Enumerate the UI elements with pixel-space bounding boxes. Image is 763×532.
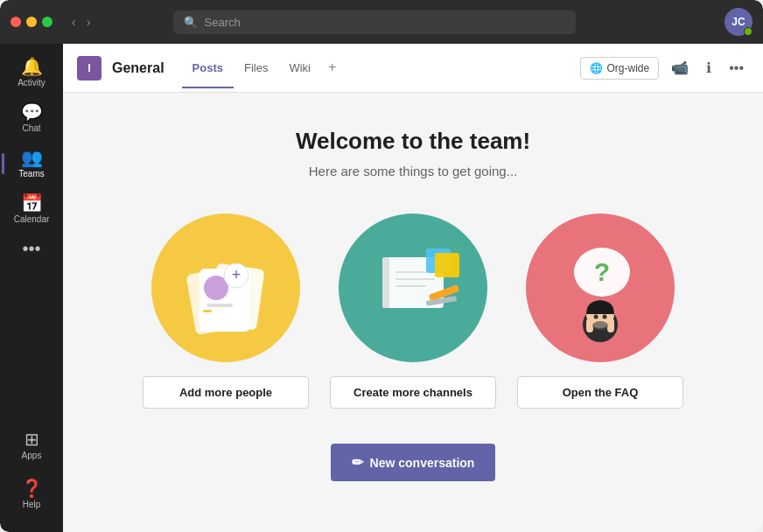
svg-point-25 — [603, 315, 607, 319]
svg-point-24 — [594, 315, 598, 319]
sidebar-label-help: Help — [23, 500, 41, 509]
activity-icon: 🔔 — [21, 58, 43, 75]
create-channels-card: Create more channels — [330, 214, 496, 409]
sidebar-label-apps: Apps — [22, 451, 42, 460]
sidebar-item-activity[interactable]: 🔔 Activity — [5, 51, 58, 94]
org-wide-label: Org-wide — [607, 62, 650, 74]
welcome-subtitle: Here are some things to get going... — [309, 164, 517, 178]
calendar-icon: 📅 — [21, 194, 43, 212]
add-people-illustration: + — [151, 214, 300, 362]
sidebar-item-calendar[interactable]: 📅 Calendar — [5, 187, 58, 231]
info-button[interactable]: ℹ — [701, 56, 717, 80]
search-input[interactable] — [205, 16, 565, 29]
channel-actions: 🌐 Org-wide 📹 ℹ ••• — [580, 56, 750, 80]
create-channels-illustration — [339, 214, 487, 362]
svg-point-26 — [592, 321, 608, 330]
tab-files[interactable]: Files — [234, 47, 278, 88]
teams-icon: 👥 — [21, 149, 43, 166]
open-faq-button[interactable]: Open the FAQ — [517, 376, 683, 409]
new-conversation-label: New conversation — [370, 456, 475, 470]
posts-area: Welcome to the team! Here are some thing… — [63, 93, 763, 532]
sidebar: 🔔 Activity 💬 Chat 👥 Teams 📅 Calendar ••• — [0, 44, 63, 532]
channel-name: General — [112, 60, 164, 76]
tab-wiki[interactable]: Wiki — [278, 47, 321, 88]
sidebar-item-help[interactable]: ❓ Help — [5, 472, 58, 516]
sidebar-item-teams[interactable]: 👥 Teams — [5, 142, 58, 186]
close-button[interactable] — [10, 17, 21, 27]
create-more-channels-button[interactable]: Create more channels — [330, 376, 496, 409]
minimize-button[interactable] — [26, 17, 37, 27]
app-body: 🔔 Activity 💬 Chat 👥 Teams 📅 Calendar ••• — [0, 44, 763, 532]
org-wide-icon: 🌐 — [590, 62, 603, 74]
back-button[interactable]: ‹ — [68, 13, 80, 31]
sidebar-label-teams: Teams — [18, 169, 44, 178]
tab-add-button[interactable]: + — [321, 47, 343, 88]
channel-avatar: I — [77, 56, 102, 80]
more-actions-button[interactable]: ••• — [724, 57, 749, 80]
add-people-svg: + — [164, 227, 287, 349]
svg-rect-9 — [382, 257, 389, 308]
avatar-wrap: JC — [724, 8, 752, 36]
add-people-card: + Add more people — [143, 214, 309, 409]
add-more-people-button[interactable]: Add more people — [143, 376, 309, 409]
new-conversation-button[interactable]: ✏ New conversation — [331, 444, 496, 481]
create-channels-svg — [352, 227, 474, 349]
sidebar-label-calendar: Calendar — [14, 214, 50, 224]
svg-rect-22 — [586, 318, 593, 332]
help-icon: ❓ — [21, 480, 43, 497]
app-window: ‹ › 🔍 JC 🔔 Activity 💬 Chat 👥 Teams — [0, 0, 763, 532]
open-faq-svg: ? — [539, 227, 662, 349]
svg-text:+: + — [232, 266, 242, 284]
main-content: I General Posts Files Wiki + 🌐 Org-wide … — [63, 44, 763, 532]
maximize-button[interactable] — [42, 17, 52, 27]
chat-icon: 💬 — [21, 103, 43, 121]
apps-icon: ⊞ — [24, 430, 39, 448]
sidebar-item-chat[interactable]: 💬 Chat — [5, 96, 58, 140]
svg-rect-14 — [435, 253, 459, 277]
compose-icon: ✏ — [352, 454, 363, 471]
channel-header: I General Posts Files Wiki + 🌐 Org-wide … — [63, 44, 763, 93]
svg-rect-23 — [607, 318, 614, 332]
sidebar-label-activity: Activity — [18, 78, 46, 88]
search-icon: 🔍 — [184, 16, 198, 29]
open-faq-card: ? — [517, 214, 683, 409]
more-icon: ••• — [22, 240, 40, 257]
svg-rect-7 — [203, 310, 212, 312]
avatar-status-badge — [744, 27, 752, 36]
forward-button[interactable]: › — [83, 13, 94, 31]
tab-posts[interactable]: Posts — [182, 47, 234, 88]
nav-arrows: ‹ › — [68, 13, 94, 31]
traffic-lights — [10, 17, 52, 27]
sidebar-item-apps[interactable]: ⊞ Apps — [5, 424, 58, 467]
sidebar-item-more[interactable]: ••• — [5, 233, 58, 264]
action-cards: + Add more people — [143, 214, 683, 409]
video-call-button[interactable]: 📹 — [666, 56, 694, 80]
open-faq-illustration: ? — [526, 214, 675, 362]
welcome-title: Welcome to the team! — [296, 128, 530, 155]
svg-text:?: ? — [594, 257, 610, 286]
search-bar[interactable]: 🔍 — [173, 10, 576, 34]
sidebar-label-chat: Chat — [22, 123, 40, 133]
svg-rect-6 — [206, 304, 233, 307]
title-bar: ‹ › 🔍 JC — [0, 0, 763, 44]
org-wide-button[interactable]: 🌐 Org-wide — [580, 57, 660, 80]
channel-tabs: Posts Files Wiki + — [182, 47, 344, 88]
